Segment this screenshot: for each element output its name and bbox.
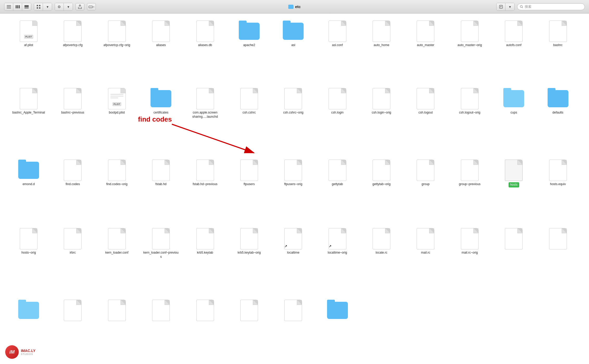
file-item-group[interactable]: group: [405, 158, 446, 224]
file-item-aliases-db[interactable]: aliases.db: [184, 19, 226, 84]
file-item-auto-home[interactable]: auto_home: [361, 19, 402, 84]
file-grid: PLIST af.plist afpovertcp.cfg afpovertcp…: [0, 14, 589, 364]
toolbar-right: ▾ 搜索: [496, 3, 585, 11]
file-item-kern-loader-conf[interactable]: kern_loader.conf: [96, 226, 138, 295]
cover-view-btn[interactable]: [22, 3, 31, 10]
gear-dropdown-btn[interactable]: ▾: [64, 3, 73, 10]
file-item-asl[interactable]: asl: [272, 19, 314, 84]
file-item-fstab-hd[interactable]: fstab.hd: [140, 158, 182, 224]
file-item-bootpd-plist[interactable]: PLIST bootpd.plist: [96, 86, 138, 155]
file-item-fstab-hd-previous[interactable]: fstab.hd~previous: [184, 158, 226, 224]
title-folder-icon: [288, 5, 293, 9]
svg-rect-4: [17, 5, 18, 8]
file-item-apache2[interactable]: apache2: [228, 19, 270, 84]
apps-group[interactable]: ▾: [34, 3, 52, 11]
view-options-group[interactable]: ▾: [496, 3, 515, 11]
file-item-emond-d[interactable]: emond.d: [8, 158, 49, 224]
file-item-csh-login-orig[interactable]: csh.login~orig: [361, 86, 402, 155]
file-item-asl-conf[interactable]: asl.conf: [317, 19, 358, 84]
file-item-cups[interactable]: cups: [493, 86, 535, 155]
svg-rect-12: [89, 6, 93, 8]
file-item-gettytab-orig[interactable]: gettytab~orig: [361, 158, 402, 224]
svg-line-18: [522, 7, 523, 8]
file-item-bashrc-apple-terminal[interactable]: bashrc_Apple_Terminal: [8, 86, 49, 155]
svg-rect-3: [16, 5, 17, 8]
file-item-gettytab[interactable]: gettytab: [317, 158, 358, 224]
file-item-auto-master-orig[interactable]: auto_master~orig: [449, 19, 491, 84]
file-item-bashrc[interactable]: bashrc: [537, 19, 579, 84]
svg-rect-9: [39, 5, 40, 6]
gear-btn[interactable]: ⚙: [55, 3, 64, 10]
imacly-brand: IMAC.LY: [21, 349, 35, 353]
svg-rect-11: [39, 7, 40, 9]
file-item-ftpusers[interactable]: ftpusers: [228, 158, 270, 224]
svg-rect-5: [19, 5, 20, 8]
svg-rect-10: [37, 7, 38, 9]
search-placeholder: 搜索: [525, 4, 531, 9]
file-item-aliases[interactable]: aliases: [140, 19, 182, 84]
file-item-row6-7[interactable]: [184, 298, 226, 359]
file-item-find-codes[interactable]: find.codes: [52, 158, 93, 224]
file-item-csh-cshrc-orig[interactable]: csh.cshrc~orig: [272, 86, 314, 155]
file-item-mail-rc-orig[interactable]: mail.rc~orig: [449, 226, 491, 295]
file-item-com-apple-screensharing[interactable]: com.apple.screen sharing.....launchd: [184, 86, 226, 155]
file-item-mail-rc[interactable]: mail.rc: [405, 226, 446, 295]
file-item-certificates[interactable]: certificates: [140, 86, 182, 155]
view-toggle-group[interactable]: [4, 3, 31, 11]
file-item-row6-10[interactable]: [317, 298, 358, 359]
file-item-row6-6[interactable]: [140, 298, 182, 359]
file-item-afpovertcp-cfg[interactable]: afpovertcp.cfg: [52, 19, 93, 84]
apps-btn[interactable]: [34, 3, 43, 10]
tag-btn[interactable]: [87, 3, 96, 10]
file-label: af.plist: [24, 43, 33, 47]
file-item-auto-master[interactable]: auto_master: [405, 19, 446, 84]
file-item-row6-4[interactable]: [52, 298, 93, 359]
file-item-csh-logout[interactable]: csh.logout: [405, 86, 446, 155]
file-item-group-previous[interactable]: group~previous: [449, 158, 491, 224]
file-item-locate-rc[interactable]: locate.rc: [361, 226, 402, 295]
title-text: etc: [295, 4, 301, 9]
list-view-btn[interactable]: [4, 3, 13, 10]
file-item-csh-login[interactable]: csh.login: [317, 86, 358, 155]
svg-rect-2: [7, 8, 11, 8]
apps-dropdown-btn[interactable]: ▾: [43, 3, 52, 10]
file-item-localtime[interactable]: ↗ localtime: [272, 226, 314, 295]
search-box[interactable]: 搜索: [517, 3, 585, 10]
file-item-hosts-orig[interactable]: hosts~orig: [8, 226, 49, 295]
imacly-tagline: STUDIOS: [21, 353, 35, 355]
file-item-autofs-conf[interactable]: autofs.conf: [493, 19, 535, 84]
svg-rect-6: [24, 5, 29, 7]
file-item-find-codes-orig[interactable]: find.codes~orig: [96, 158, 138, 224]
actions-group[interactable]: ⚙ ▾: [55, 3, 73, 11]
file-item-defaults[interactable]: defaults: [537, 86, 579, 155]
window-title: etc: [288, 4, 301, 9]
file-item-hosts-equiv[interactable]: hosts.equiv: [537, 158, 579, 224]
imacly-logo: iM IMAC.LY STUDIOS: [5, 345, 35, 359]
svg-point-17: [520, 5, 522, 8]
file-item-irbrc[interactable]: irbrc: [52, 226, 93, 295]
file-item-localtime-orig[interactable]: ↗ localtime~orig: [317, 226, 358, 295]
file-item-csh-logout-orig[interactable]: csh.logout~orig: [449, 86, 491, 155]
file-item-afpovertcp-cfg-orig[interactable]: afpovertcp.cfg~orig: [96, 19, 138, 84]
file-item-row6-2[interactable]: [537, 226, 579, 295]
file-item-row6-5[interactable]: [96, 298, 138, 359]
svg-rect-0: [7, 5, 11, 6]
toolbar-left: ▾ ⚙ ▾: [4, 3, 96, 11]
file-item-row6-9[interactable]: [272, 298, 314, 359]
file-item-kern-loader-conf-previous[interactable]: kern_loader.conf~previous: [140, 226, 182, 295]
share-btn[interactable]: [76, 3, 84, 10]
view-options-dropdown-btn[interactable]: ▾: [505, 3, 514, 10]
file-item-af-plist[interactable]: PLIST af.plist: [8, 19, 49, 84]
file-item-hosts[interactable]: hosts: [493, 158, 535, 224]
svg-rect-8: [37, 5, 38, 6]
file-item-csh-cshrc[interactable]: csh.cshrc: [228, 86, 270, 155]
file-item-row6-1[interactable]: [493, 226, 535, 295]
file-item-row6-8[interactable]: [228, 298, 270, 359]
file-item-bashrc-previous[interactable]: bashrc~previous: [52, 86, 93, 155]
file-item-krb5-keytab-orig[interactable]: krb5.keytab~orig: [228, 226, 270, 295]
view-options-btn[interactable]: [497, 3, 505, 10]
file-item-krb5-keytab[interactable]: krb5.keytab: [184, 226, 226, 295]
file-item-ftpusers-orig[interactable]: ftpusers~orig: [272, 158, 314, 224]
svg-rect-1: [7, 7, 11, 7]
column-view-btn[interactable]: [13, 3, 22, 10]
